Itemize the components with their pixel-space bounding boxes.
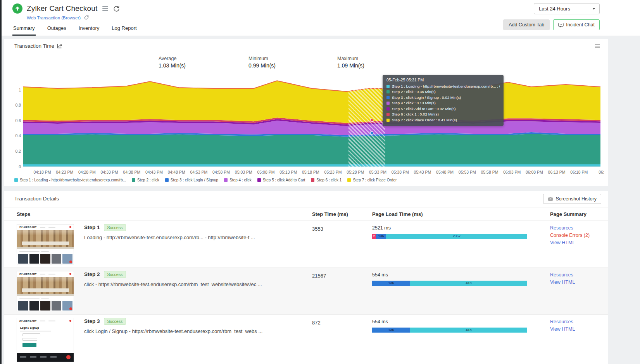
page-summary-link-view-html[interactable]: View HTML [550, 326, 608, 332]
legend-swatch [14, 178, 18, 182]
legend-item[interactable]: Step 2 : click [132, 178, 159, 182]
legend-item[interactable]: Step 4 : click [224, 178, 252, 182]
monitor-type-link[interactable]: Web Transaction (Browser) [27, 16, 81, 20]
page-summary-links: ResourcesView HTML [550, 318, 608, 364]
column-header-page-summary: Page Summary [550, 207, 608, 221]
step-description: click Login / Signup - https://rbmwebsit… [84, 328, 262, 334]
page-summary-links: ResourcesConsole Errors (2)View HTML [550, 224, 608, 267]
hover-point-red [370, 118, 374, 122]
legend-swatch [224, 178, 228, 182]
x-tick: 04:23 PM [56, 170, 73, 174]
chart-options-menu-icon[interactable] [594, 43, 601, 49]
screenshot-history-button[interactable]: Screenshot History [543, 194, 601, 204]
table-row-step-3: ZYLKERCARTLogin / SignupStep 3Successcli… [4, 315, 608, 364]
x-tick: 04:28 PM [78, 170, 96, 174]
column-header-steps: Steps [17, 207, 312, 221]
tooltip-swatch [386, 85, 390, 88]
tag-icon[interactable] [84, 15, 89, 20]
thumb-brand: ZYLKERCART [19, 273, 37, 275]
transaction-time-chart[interactable]: 00.20.40.60.81 05-Feb-25 05:31 PM Step 1… [4, 73, 608, 168]
tab-inventory[interactable]: Inventory [78, 22, 100, 36]
x-tick: 05:58 PM [481, 170, 499, 174]
thumb-brand: ZYLKERCART [19, 226, 37, 228]
y-tick: 0.8 [5, 103, 21, 107]
thumb-hero-image [17, 230, 74, 249]
step-time-value: 3553 [312, 224, 372, 267]
tooltip-text: Step 6 : click 1 : 0.02 Min(s) [392, 112, 439, 117]
legend-swatch [347, 178, 351, 182]
load-time-segment: 418 [410, 328, 527, 333]
transaction-details-panel: Transaction Details Screenshot History S… [4, 191, 608, 364]
step-screenshot-thumbnail[interactable]: ZYLKERCART [17, 271, 74, 311]
step-screenshot-thumbnail[interactable]: ZYLKERCARTLogin / Signup [17, 318, 74, 362]
load-time-segment: 136 [372, 281, 410, 286]
thumb-login-title: Login / Signup [17, 324, 74, 329]
page-summary-link-view-html[interactable]: View HTML [550, 279, 608, 285]
tooltip-swatch [386, 90, 390, 93]
transaction-time-title: Transaction Time [14, 43, 54, 49]
x-tick: 06:03 PM [503, 170, 521, 174]
transaction-time-panel: Transaction Time Average1.03 Min(s)Minim… [4, 39, 608, 186]
thumb-hero-image [17, 277, 74, 296]
stat-minimum: Minimum0.99 Min(s) [248, 56, 276, 69]
legend-item[interactable]: Step 3 : click Login / Signup [165, 178, 218, 182]
tab-summary[interactable]: Summary [12, 22, 36, 36]
add-custom-tab-button[interactable]: Add Custom Tab [503, 19, 550, 30]
page-summary-link-console-errors-2-[interactable]: Console Errors (2) [550, 233, 608, 238]
step-name: Step 1 [84, 224, 100, 230]
camera-icon [548, 197, 553, 201]
hover-point-blue [370, 131, 374, 135]
x-tick: 04:18 PM [34, 170, 51, 174]
legend-label: Step 4 : click [229, 178, 252, 182]
thumb-product-image [18, 254, 28, 264]
tooltip-item: Step 7 : click Place Order : 0.41 Min(s) [386, 117, 500, 123]
legend-item[interactable]: Step 7 : click Place Order [347, 178, 397, 182]
transaction-details-title: Transaction Details [14, 196, 59, 202]
refresh-icon[interactable] [113, 5, 120, 12]
page-summary-link-resources[interactable]: Resources [550, 319, 608, 324]
page-summary-link-view-html[interactable]: View HTML [550, 240, 608, 245]
chevron-down-icon [592, 8, 595, 10]
legend-swatch [132, 178, 135, 182]
legend-label: Step 7 : click Place Order [353, 178, 397, 182]
thumb-product-image [40, 254, 50, 264]
monitor-header: Zylker Cart Checkout Web Transaction (Br… [2, 0, 640, 36]
thumb-notification-dot [69, 320, 71, 322]
legend-item[interactable]: Step 5 : click Add to Cart [257, 178, 305, 182]
table-row-step-1: ZYLKERCARTStep 1SuccessLoading - http://… [4, 221, 608, 268]
y-tick: 0.4 [5, 133, 21, 138]
x-tick: 04:58 PM [212, 170, 230, 174]
tooltip-timestamp: 05-Feb-25 05:31 PM [386, 78, 500, 82]
hover-highlight-band [348, 76, 385, 167]
step-screenshot-thumbnail[interactable]: ZYLKERCART [17, 224, 74, 264]
main-content: Zylker Cart Checkout Web Transaction (Br… [2, 0, 640, 364]
load-time-segment: 418 [410, 281, 527, 286]
thumb-product-image [40, 301, 50, 311]
step-name: Step 3 [84, 318, 100, 324]
x-tick: 06:18 PM [570, 170, 588, 174]
tab-log-report[interactable]: Log Report [111, 22, 137, 36]
trend-chart-icon[interactable] [57, 43, 62, 48]
thumb-product-image [18, 301, 28, 311]
tab-outages[interactable]: Outages [47, 22, 67, 36]
x-tick: 05:13 PM [279, 170, 297, 174]
stat-value: 0.99 Min(s) [248, 62, 276, 69]
x-tick: 04:48 PM [168, 170, 185, 174]
incident-chat-button[interactable]: Incident Chat [553, 19, 600, 30]
legend-swatch [311, 178, 314, 182]
app-root: Zylker Cart Checkout Web Transaction (Br… [0, 0, 640, 364]
legend-item[interactable]: Step 1 : Loading - http://rbmwebsite-tes… [14, 178, 126, 182]
x-tick: 05:28 PM [347, 170, 364, 174]
legend-item[interactable]: Step 6 : click 1 [311, 178, 342, 182]
tooltip-swatch [386, 119, 390, 122]
legend-label: Step 3 : click Login / Signup [171, 178, 218, 182]
x-tick: 05:43 PM [414, 170, 431, 174]
time-range-select[interactable]: Last 24 Hours [534, 3, 600, 14]
x-tick: 05:03 PM [235, 170, 252, 174]
page-summary-link-resources[interactable]: Resources [550, 225, 608, 231]
page-summary-link-resources[interactable]: Resources [550, 272, 608, 278]
column-header-page-load-time-ms-: Page Load Time (ms) [372, 207, 550, 221]
monitor-menu-icon[interactable] [102, 5, 109, 12]
tooltip-text: Step 3 : click Login / Signup : 0.02 Min… [392, 95, 461, 101]
tooltip-item: Step 6 : click 1 : 0.02 Min(s) [386, 112, 500, 117]
